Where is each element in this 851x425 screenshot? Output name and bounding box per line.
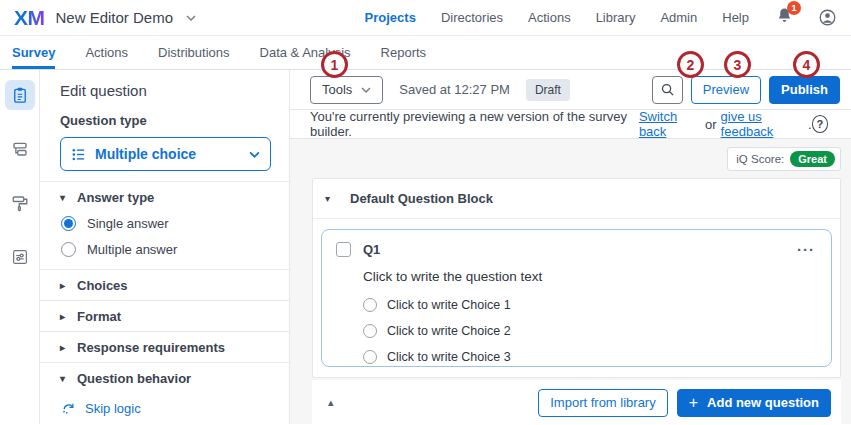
question-menu-ellipsis-icon[interactable]: ··· <box>797 245 815 255</box>
question-text-placeholder[interactable]: Click to write the question text <box>363 269 815 284</box>
panel-title: Edit question <box>60 82 271 99</box>
block-header: ▾ Default Question Block <box>313 179 840 219</box>
format-label: Format <box>77 309 121 324</box>
choice-1-label: Click to write Choice 1 <box>387 298 511 312</box>
answer-type-label: Answer type <box>77 190 154 205</box>
block-collapse-caret-icon[interactable]: ▾ <box>325 193 333 204</box>
choice-row-2[interactable]: Click to write Choice 2 <box>363 324 815 338</box>
look-and-feel-rail-button[interactable] <box>5 188 35 218</box>
qualtrics-survey-editor: XM New Editor Demo Projects Directories … <box>0 0 851 425</box>
question-id: Q1 <box>363 242 380 257</box>
multiple-choice-list-icon <box>71 147 86 162</box>
section-choices[interactable]: ▸ Choices <box>40 269 289 300</box>
editor-body: Edit question Question type Multiple cho… <box>0 70 851 424</box>
top-header: XM New Editor Demo Projects Directories … <box>0 0 851 36</box>
import-from-library-button[interactable]: Import from library <box>538 389 667 417</box>
notification-badge: 1 <box>787 1 801 15</box>
radio-unselected-icon <box>363 298 377 312</box>
account-button[interactable] <box>818 8 837 27</box>
add-new-question-button[interactable]: + Add new question <box>677 389 831 417</box>
notifications-button[interactable]: 1 <box>776 7 793 28</box>
project-chevron-down-icon[interactable] <box>186 15 196 21</box>
choice-row-1[interactable]: Click to write Choice 1 <box>363 298 815 312</box>
radio-unselected-icon <box>363 350 377 364</box>
multiple-answer-option[interactable]: Multiple answer <box>61 242 271 257</box>
tab-survey[interactable]: Survey <box>12 36 55 69</box>
editor-icon-rail <box>0 70 40 424</box>
section-answer-type: ▾ Answer type Single answer Multiple ans… <box>40 181 289 269</box>
iq-score-badge[interactable]: iQ Score: Great <box>727 147 841 171</box>
survey-canvas-column: Tools Saved at 12:27 PM Draft Preview Pu… <box>290 70 851 424</box>
section-format[interactable]: ▸ Format <box>40 300 289 331</box>
nav-admin[interactable]: Admin <box>660 10 697 25</box>
tab-distributions[interactable]: Distributions <box>158 36 230 69</box>
section-response-requirements[interactable]: ▸ Response requirements <box>40 331 289 362</box>
give-feedback-link[interactable]: give us feedback <box>721 109 808 139</box>
publish-button[interactable]: Publish <box>769 76 840 104</box>
iq-score-value: Great <box>790 151 835 167</box>
skip-logic-link[interactable]: Skip logic <box>61 401 271 416</box>
radio-unselected-icon <box>61 242 76 257</box>
switch-back-link[interactable]: Switch back <box>639 109 701 139</box>
block-footer-bar: ▴ Import from library + Add new question <box>312 380 841 425</box>
question-behavior-label: Question behavior <box>77 371 191 386</box>
question-select-checkbox[interactable] <box>336 242 351 257</box>
survey-flow-rail-button[interactable] <box>5 134 35 164</box>
avatar-icon <box>818 8 837 27</box>
response-requirements-label: Response requirements <box>77 340 225 355</box>
choice-3-label: Click to write Choice 3 <box>387 350 511 364</box>
question-behavior-header[interactable]: ▾ Question behavior <box>60 370 271 386</box>
block-title[interactable]: Default Question Block <box>350 191 493 206</box>
nav-library[interactable]: Library <box>596 10 636 25</box>
nav-actions[interactable]: Actions <box>528 10 571 25</box>
choice-row-3[interactable]: Click to write Choice 3 <box>363 350 815 364</box>
chevron-down-icon <box>361 87 371 93</box>
clipboard-icon <box>11 86 29 104</box>
tools-button[interactable]: Tools <box>310 76 383 104</box>
single-answer-option[interactable]: Single answer <box>61 216 271 231</box>
iq-score-label: iQ Score: <box>736 153 784 165</box>
answer-type-header[interactable]: ▾ Answer type <box>60 189 271 205</box>
save-status-text: Saved at 12:27 PM <box>399 82 510 97</box>
survey-toolbar: Tools Saved at 12:27 PM Draft Preview Pu… <box>290 70 851 110</box>
new-editor-banner: You're currently previewing a new versio… <box>290 110 851 139</box>
question-type-dropdown[interactable]: Multiple choice <box>60 137 271 171</box>
question-choices: Click to write Choice 1 Click to write C… <box>363 298 815 364</box>
nav-projects[interactable]: Projects <box>365 10 416 25</box>
choice-2-label: Click to write Choice 2 <box>387 324 511 338</box>
nav-help[interactable]: Help <box>722 10 749 25</box>
global-nav: Projects Directories Actions Library Adm… <box>365 7 837 28</box>
question-block-card: ▾ Default Question Block Q1 ··· Click to… <box>312 178 841 378</box>
draft-status-badge: Draft <box>526 79 570 101</box>
search-button[interactable] <box>652 76 683 104</box>
blocks-icon <box>11 140 29 158</box>
settings-sliders-icon <box>11 248 29 266</box>
banner-or-text: or <box>705 117 717 132</box>
caret-right-icon: ▸ <box>60 342 68 353</box>
banner-text: You're currently previewing a new versio… <box>310 109 635 139</box>
survey-builder-rail-button[interactable] <box>5 80 35 110</box>
annotation-circle-1: 1 <box>321 51 348 78</box>
tools-label: Tools <box>322 82 352 97</box>
annotation-circle-3: 3 <box>724 51 751 78</box>
question-card-q1[interactable]: Q1 ··· Click to write the question text … <box>321 229 832 367</box>
section-question-behavior: ▾ Question behavior Skip logic Display l… <box>40 362 289 424</box>
radio-selected-icon <box>61 216 76 231</box>
nav-directories[interactable]: Directories <box>441 10 503 25</box>
tab-reports[interactable]: Reports <box>381 36 427 69</box>
edit-question-panel: Edit question Question type Multiple cho… <box>40 70 290 424</box>
skip-logic-label: Skip logic <box>85 401 141 416</box>
survey-options-rail-button[interactable] <box>5 242 35 272</box>
collapse-up-caret-icon[interactable]: ▴ <box>322 396 340 409</box>
plus-icon: + <box>689 395 698 411</box>
skip-logic-icon <box>61 401 76 416</box>
single-answer-label: Single answer <box>87 216 169 231</box>
project-title[interactable]: New Editor Demo <box>56 9 174 26</box>
preview-button[interactable]: Preview <box>691 76 761 104</box>
choices-label: Choices <box>77 278 128 293</box>
add-new-question-label: Add new question <box>707 395 819 410</box>
survey-canvas: iQ Score: Great ▾ Default Question Block… <box>290 139 851 424</box>
question-type-label: Question type <box>60 113 271 128</box>
help-icon[interactable]: ? <box>812 115 828 133</box>
tab-actions[interactable]: Actions <box>85 36 128 69</box>
